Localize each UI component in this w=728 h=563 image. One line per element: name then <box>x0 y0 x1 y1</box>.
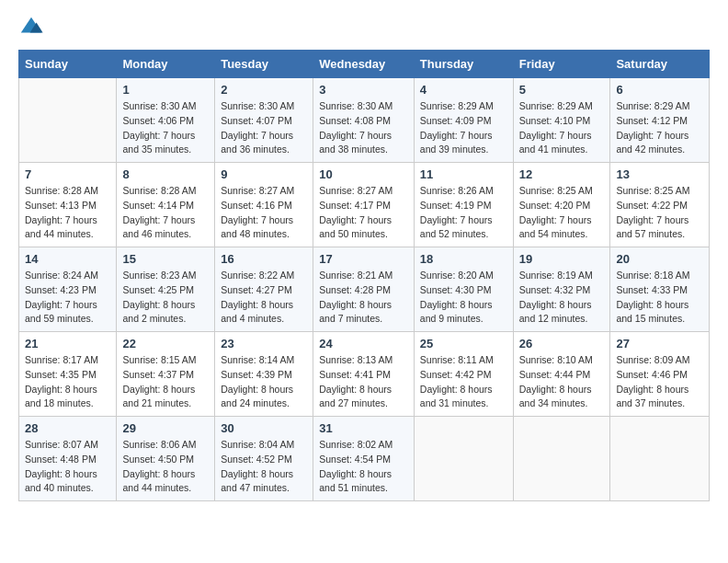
calendar-cell: 25Sunrise: 8:11 AMSunset: 4:42 PMDayligh… <box>414 332 513 417</box>
calendar-cell: 9Sunrise: 8:27 AMSunset: 4:16 PMDaylight… <box>215 163 313 247</box>
day-number: 21 <box>25 337 110 350</box>
day-number: 4 <box>420 83 507 97</box>
calendar-cell: 24Sunrise: 8:13 AMSunset: 4:41 PMDayligh… <box>313 332 415 417</box>
day-number: 25 <box>420 337 507 350</box>
day-info: Sunrise: 8:15 AMSunset: 4:37 PMDaylight:… <box>122 353 209 411</box>
calendar-cell: 31Sunrise: 8:02 AMSunset: 4:54 PMDayligh… <box>313 417 415 501</box>
day-number: 27 <box>616 337 703 350</box>
day-number: 22 <box>122 337 209 350</box>
day-info: Sunrise: 8:29 AMSunset: 4:10 PMDaylight:… <box>519 99 605 157</box>
day-info: Sunrise: 8:19 AMSunset: 4:32 PMDaylight:… <box>519 269 605 327</box>
day-info: Sunrise: 8:29 AMSunset: 4:09 PMDaylight:… <box>420 99 507 157</box>
calendar-cell: 7Sunrise: 8:28 AMSunset: 4:13 PMDaylight… <box>19 163 117 247</box>
day-info: Sunrise: 8:18 AMSunset: 4:33 PMDaylight:… <box>616 269 703 327</box>
logo-icon <box>18 15 44 40</box>
day-info: Sunrise: 8:25 AMSunset: 4:22 PMDaylight:… <box>616 184 703 242</box>
weekday-header-saturday: Saturday <box>610 51 710 78</box>
day-number: 6 <box>616 83 703 97</box>
day-info: Sunrise: 8:21 AMSunset: 4:28 PMDaylight:… <box>319 269 408 327</box>
calendar-cell: 5Sunrise: 8:29 AMSunset: 4:10 PMDaylight… <box>513 78 610 163</box>
day-number: 1 <box>122 83 209 97</box>
weekday-header-tuesday: Tuesday <box>215 51 313 78</box>
calendar-week-row: 14Sunrise: 8:24 AMSunset: 4:23 PMDayligh… <box>19 247 710 332</box>
calendar-week-row: 1Sunrise: 8:30 AMSunset: 4:06 PMDaylight… <box>19 78 710 163</box>
calendar-cell <box>19 78 117 163</box>
weekday-header-row: SundayMondayTuesdayWednesdayThursdayFrid… <box>19 51 710 78</box>
calendar-cell: 18Sunrise: 8:20 AMSunset: 4:30 PMDayligh… <box>414 247 513 332</box>
day-number: 29 <box>122 421 209 435</box>
weekday-header-wednesday: Wednesday <box>313 51 415 78</box>
calendar-cell: 15Sunrise: 8:23 AMSunset: 4:25 PMDayligh… <box>117 247 215 332</box>
day-number: 26 <box>519 337 605 350</box>
calendar-cell: 16Sunrise: 8:22 AMSunset: 4:27 PMDayligh… <box>215 247 313 332</box>
day-number: 12 <box>519 167 605 181</box>
day-info: Sunrise: 8:11 AMSunset: 4:42 PMDaylight:… <box>420 353 507 411</box>
weekday-header-sunday: Sunday <box>19 51 117 78</box>
day-info: Sunrise: 8:09 AMSunset: 4:46 PMDaylight:… <box>616 353 703 411</box>
calendar-cell: 30Sunrise: 8:04 AMSunset: 4:52 PMDayligh… <box>215 417 313 501</box>
day-info: Sunrise: 8:13 AMSunset: 4:41 PMDaylight:… <box>319 353 408 411</box>
day-info: Sunrise: 8:30 AMSunset: 4:08 PMDaylight:… <box>319 99 408 157</box>
day-number: 20 <box>616 252 703 266</box>
day-number: 10 <box>319 167 408 181</box>
day-number: 2 <box>221 83 307 97</box>
day-info: Sunrise: 8:28 AMSunset: 4:14 PMDaylight:… <box>122 184 209 242</box>
calendar-cell: 29Sunrise: 8:06 AMSunset: 4:50 PMDayligh… <box>117 417 215 501</box>
weekday-header-monday: Monday <box>117 51 215 78</box>
calendar-table: SundayMondayTuesdayWednesdayThursdayFrid… <box>18 50 710 501</box>
day-number: 23 <box>221 337 307 350</box>
calendar-cell: 13Sunrise: 8:25 AMSunset: 4:22 PMDayligh… <box>610 163 710 247</box>
calendar-week-row: 7Sunrise: 8:28 AMSunset: 4:13 PMDaylight… <box>19 163 710 247</box>
calendar-cell <box>414 417 513 501</box>
calendar-cell: 6Sunrise: 8:29 AMSunset: 4:12 PMDaylight… <box>610 78 710 163</box>
calendar-cell: 2Sunrise: 8:30 AMSunset: 4:07 PMDaylight… <box>215 78 313 163</box>
day-number: 7 <box>25 167 110 181</box>
calendar-cell: 22Sunrise: 8:15 AMSunset: 4:37 PMDayligh… <box>117 332 215 417</box>
calendar-week-row: 28Sunrise: 8:07 AMSunset: 4:48 PMDayligh… <box>19 417 710 501</box>
calendar-cell: 21Sunrise: 8:17 AMSunset: 4:35 PMDayligh… <box>19 332 117 417</box>
day-info: Sunrise: 8:24 AMSunset: 4:23 PMDaylight:… <box>25 269 110 327</box>
day-number: 31 <box>319 421 408 435</box>
day-info: Sunrise: 8:04 AMSunset: 4:52 PMDaylight:… <box>221 438 307 496</box>
day-info: Sunrise: 8:30 AMSunset: 4:07 PMDaylight:… <box>221 99 307 157</box>
weekday-header-friday: Friday <box>513 51 610 78</box>
calendar-cell: 8Sunrise: 8:28 AMSunset: 4:14 PMDaylight… <box>117 163 215 247</box>
day-info: Sunrise: 8:22 AMSunset: 4:27 PMDaylight:… <box>221 269 307 327</box>
day-info: Sunrise: 8:07 AMSunset: 4:48 PMDaylight:… <box>25 438 110 496</box>
day-number: 17 <box>319 252 408 266</box>
day-info: Sunrise: 8:27 AMSunset: 4:17 PMDaylight:… <box>319 184 408 242</box>
calendar-cell: 3Sunrise: 8:30 AMSunset: 4:08 PMDaylight… <box>313 78 415 163</box>
day-info: Sunrise: 8:29 AMSunset: 4:12 PMDaylight:… <box>616 99 703 157</box>
day-number: 16 <box>221 252 307 266</box>
calendar-cell: 26Sunrise: 8:10 AMSunset: 4:44 PMDayligh… <box>513 332 610 417</box>
calendar-cell: 10Sunrise: 8:27 AMSunset: 4:17 PMDayligh… <box>313 163 415 247</box>
calendar-cell: 1Sunrise: 8:30 AMSunset: 4:06 PMDaylight… <box>117 78 215 163</box>
day-number: 24 <box>319 337 408 350</box>
calendar-cell: 11Sunrise: 8:26 AMSunset: 4:19 PMDayligh… <box>414 163 513 247</box>
day-info: Sunrise: 8:27 AMSunset: 4:16 PMDaylight:… <box>221 184 307 242</box>
day-number: 15 <box>122 252 209 266</box>
calendar-cell: 27Sunrise: 8:09 AMSunset: 4:46 PMDayligh… <box>610 332 710 417</box>
day-number: 30 <box>221 421 307 435</box>
calendar-cell <box>610 417 710 501</box>
day-info: Sunrise: 8:06 AMSunset: 4:50 PMDaylight:… <box>122 438 209 496</box>
day-number: 18 <box>420 252 507 266</box>
calendar-cell: 23Sunrise: 8:14 AMSunset: 4:39 PMDayligh… <box>215 332 313 417</box>
day-info: Sunrise: 8:23 AMSunset: 4:25 PMDaylight:… <box>122 269 209 327</box>
day-number: 14 <box>25 252 110 266</box>
day-info: Sunrise: 8:25 AMSunset: 4:20 PMDaylight:… <box>519 184 605 242</box>
day-info: Sunrise: 8:10 AMSunset: 4:44 PMDaylight:… <box>519 353 605 411</box>
day-info: Sunrise: 8:02 AMSunset: 4:54 PMDaylight:… <box>319 438 408 496</box>
calendar-cell: 20Sunrise: 8:18 AMSunset: 4:33 PMDayligh… <box>610 247 710 332</box>
calendar-cell: 19Sunrise: 8:19 AMSunset: 4:32 PMDayligh… <box>513 247 610 332</box>
day-info: Sunrise: 8:28 AMSunset: 4:13 PMDaylight:… <box>25 184 110 242</box>
day-info: Sunrise: 8:14 AMSunset: 4:39 PMDaylight:… <box>221 353 307 411</box>
logo <box>18 15 48 40</box>
calendar-cell: 4Sunrise: 8:29 AMSunset: 4:09 PMDaylight… <box>414 78 513 163</box>
day-info: Sunrise: 8:17 AMSunset: 4:35 PMDaylight:… <box>25 353 110 411</box>
day-number: 28 <box>25 421 110 435</box>
calendar-week-row: 21Sunrise: 8:17 AMSunset: 4:35 PMDayligh… <box>19 332 710 417</box>
calendar-cell <box>513 417 610 501</box>
day-number: 13 <box>616 167 703 181</box>
calendar-cell: 28Sunrise: 8:07 AMSunset: 4:48 PMDayligh… <box>19 417 117 501</box>
